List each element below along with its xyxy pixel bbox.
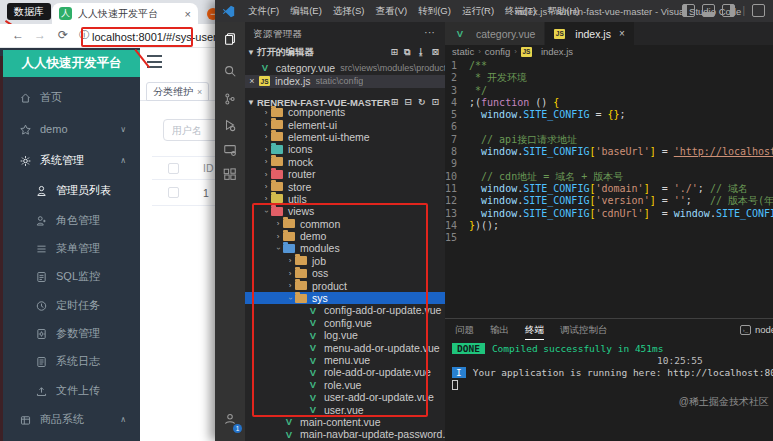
open-editor-category.vue[interactable]: Vcategory.vuesrc\views\modules\product — [245, 61, 445, 74]
code-token — [469, 195, 481, 207]
hamburger-icon[interactable] — [147, 55, 162, 68]
tree-item-menu.vue[interactable]: Vmenu.vue — [245, 354, 445, 366]
sidebar-item-6[interactable]: 菜单管理 — [3, 237, 140, 259]
tree-item-icons[interactable]: ›icons — [245, 143, 445, 155]
close-tab-icon[interactable]: × — [619, 28, 625, 39]
tree-item-job[interactable]: ›job — [245, 255, 445, 267]
sidebar-item-12[interactable]: 商品系统∧ — [3, 408, 140, 430]
explorer-more-icon[interactable]: ··· — [424, 26, 435, 38]
tree-item-menu-add-or-update.vue[interactable]: Vmenu-add-or-update.vue — [245, 341, 445, 353]
tree-item-oss[interactable]: ›oss — [245, 267, 445, 279]
back-icon[interactable]: ← — [12, 28, 24, 42]
close-editor-icon[interactable]: × — [245, 76, 259, 86]
search-icon[interactable] — [215, 58, 245, 84]
terminal-output[interactable]: DONE Compiled successfully in 451ms 10:2… — [452, 342, 773, 390]
tree-item-components[interactable]: ›components — [245, 106, 445, 118]
menu-item[interactable]: 转到(G) — [413, 5, 456, 18]
breadcrumb-segment[interactable]: static — [452, 46, 474, 57]
extensions-icon[interactable] — [215, 162, 245, 188]
tree-item-log.vue[interactable]: Vlog.vue — [245, 329, 445, 341]
sidebar-item-4[interactable]: 管理员列表 — [3, 179, 140, 201]
menu-item[interactable]: 选择(S) — [328, 5, 370, 18]
sidebar-item-3[interactable]: 系统管理∧ — [3, 149, 140, 171]
tree-item-utils[interactable]: ›utils — [245, 193, 445, 205]
toggle-panel-icon[interactable] — [702, 4, 715, 17]
sidebar-item-2[interactable]: demo∨ — [3, 118, 140, 140]
menu-item[interactable]: 文件(F) — [243, 5, 284, 18]
customize-layout-icon[interactable] — [752, 4, 765, 17]
menu-item[interactable]: 运行(R) — [457, 5, 499, 18]
tree-item-demo[interactable]: ›demo — [245, 230, 445, 242]
tab-close-icon[interactable]: × — [185, 8, 191, 20]
save-all-icon[interactable]: ⭳ — [416, 47, 425, 58]
tree-item-config.vue[interactable]: Vconfig.vue — [245, 317, 445, 329]
reload-icon[interactable]: ⟳ — [58, 28, 68, 42]
sidebar-item-7[interactable]: SQL监控 — [3, 265, 140, 287]
remote-explorer-icon[interactable] — [215, 137, 245, 163]
toggle-sidebar-icon[interactable] — [682, 4, 695, 17]
tree-item-store[interactable]: ›store — [245, 180, 445, 192]
breadcrumb-segment[interactable]: config — [485, 46, 510, 57]
vue-file-icon: V — [307, 404, 319, 415]
open-editor-index.js[interactable]: ×JSindex.jsstatic\config — [245, 75, 445, 88]
line-number: 14 — [445, 220, 469, 232]
row-checkbox[interactable] — [168, 187, 179, 198]
select-all-checkbox[interactable] — [168, 163, 179, 174]
panel-tab-问题[interactable]: 问题 — [455, 324, 474, 340]
browser-tab-active[interactable]: 人 人人快速开发平台 × — [52, 3, 198, 24]
tree-item-main-content.vue[interactable]: Vmain-content.vue — [245, 416, 445, 428]
menu-item[interactable]: 查看(V) — [370, 5, 412, 18]
tree-item-common[interactable]: ›common — [245, 218, 445, 230]
panel-tab-终端[interactable]: 终端 — [525, 324, 544, 340]
sidebar-item-9[interactable]: 参数管理 — [3, 322, 140, 344]
account-icon[interactable]: 1 — [215, 406, 245, 432]
chevron-closed-icon: › — [261, 157, 271, 166]
tree-item-router[interactable]: ›router — [245, 168, 445, 180]
chevron-closed-icon: › — [285, 269, 295, 278]
sidebar-item-8[interactable]: 定时任务 — [3, 294, 140, 316]
code-editor[interactable]: 1/**2 * 开发环境3 */4;(function () {5 window… — [445, 60, 773, 244]
open-editors-header[interactable]: ▼ 打开的编辑器 ⊞ ⧉ ⭳ ⊠ — [245, 45, 445, 60]
folder-icon — [271, 194, 283, 203]
sidebar-item-1[interactable]: 首页 — [3, 86, 140, 108]
tree-item-modules[interactable]: ›modules — [245, 242, 445, 254]
tree-item-sys[interactable]: ›sys — [245, 292, 445, 304]
admin-tab-close-icon[interactable]: × — [197, 87, 202, 97]
sidebar-item-11[interactable]: 文件上传 — [3, 379, 140, 401]
forward-icon[interactable]: → — [34, 28, 46, 42]
breadcrumb[interactable]: static›config›JSindex.js — [452, 46, 573, 57]
toggle-layout-icon[interactable]: ⧉ — [404, 47, 410, 58]
tree-item-main-navbar-update-password.vue[interactable]: Vmain-navbar-update-password.vue — [245, 428, 445, 440]
breadcrumb-segment[interactable]: index.js — [541, 46, 573, 57]
sidebar-item-10[interactable]: 系统日志 — [3, 350, 140, 372]
toggle-secondary-sidebar-icon[interactable] — [722, 4, 735, 17]
menu-item[interactable]: 编辑(E) — [285, 5, 327, 18]
sidebar-item-5[interactable]: 角色管理 — [3, 209, 140, 231]
panel-tab-输出[interactable]: 输出 — [490, 324, 509, 340]
terminal-shell-picker[interactable]: ›_ node — [740, 324, 773, 335]
tree-item-role.vue[interactable]: Vrole.vue — [245, 379, 445, 391]
explorer-icon[interactable] — [215, 26, 245, 52]
tree-item-user-add-or-update.vue[interactable]: Vuser-add-or-update.vue — [245, 391, 445, 403]
tree-item-mock[interactable]: ›mock — [245, 156, 445, 168]
panel-tab-调试控制台[interactable]: 调试控制台 — [560, 324, 608, 340]
tree-item-role-add-or-update.vue[interactable]: Vrole-add-or-update.vue — [245, 366, 445, 378]
tree-item-element-ui[interactable]: ›element-ui — [245, 118, 445, 130]
address-bar[interactable]: localhost:8001/#/sys-user — [92, 31, 217, 43]
vue-file-icon: V — [259, 62, 271, 73]
tree-item-element-ui-theme[interactable]: ›element-ui-theme — [245, 131, 445, 143]
tree-item-config-add-or-update.vue[interactable]: Vconfig-add-or-update.vue — [245, 304, 445, 316]
source-control-icon[interactable] — [215, 86, 245, 112]
site-info-icon[interactable]: ⓘ — [79, 28, 89, 42]
row-id-value: 1 — [203, 187, 209, 199]
tree-item-user.vue[interactable]: Vuser.vue — [245, 403, 445, 415]
running-message: Your application is running here: http:/… — [473, 367, 773, 378]
editor-tab-category.vue[interactable]: Vcategory.vue — [445, 22, 545, 45]
tree-item-product[interactable]: ›product — [245, 279, 445, 291]
admin-tab-category[interactable]: 分类维护 × — [146, 82, 209, 101]
run-debug-icon[interactable] — [215, 112, 245, 138]
tree-item-views[interactable]: ›views — [245, 205, 445, 217]
editor-tab-index.js[interactable]: JSindex.js× — [545, 22, 634, 45]
new-untitled-file-icon[interactable]: ⊞ — [390, 47, 398, 58]
close-all-icon[interactable]: ⊠ — [431, 47, 439, 58]
